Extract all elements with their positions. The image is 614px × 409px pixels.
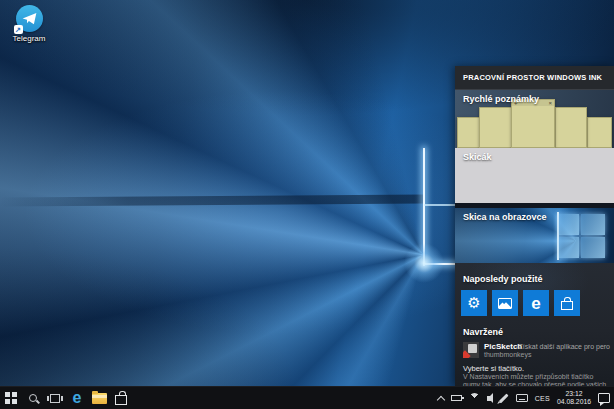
folder-icon xyxy=(92,393,107,404)
tray-overflow-button[interactable] xyxy=(438,394,444,403)
speaker-icon xyxy=(487,396,491,401)
task-view-icon xyxy=(50,394,60,403)
gear-icon: ⚙ xyxy=(467,296,480,311)
photos-icon xyxy=(498,298,512,309)
edge-tile[interactable]: e xyxy=(523,290,549,316)
wifi-icon xyxy=(469,393,480,404)
recently-used-label: Naposledy použité xyxy=(463,274,543,284)
language-indicator[interactable]: CES xyxy=(535,395,550,402)
screen-sketch-label: Skica na obrazovce xyxy=(463,212,547,222)
windows-ink-workspace-panel: PRACOVNÍ PROSTOR WINDOWS INK Rychlé pozn… xyxy=(455,66,614,386)
edge-icon: e xyxy=(73,390,82,406)
action-center-button[interactable] xyxy=(598,393,610,403)
sticky-note-preview xyxy=(587,117,612,148)
taskbar-store-button[interactable] xyxy=(110,387,132,409)
battery-icon xyxy=(451,395,462,401)
search-icon xyxy=(29,394,37,402)
sticky-note-preview xyxy=(457,117,481,148)
ink-panel-lower-area: Naposledy použité ⚙ e Navržené xyxy=(455,263,614,386)
store-bag-icon xyxy=(561,301,573,310)
wallpaper-dark-ray xyxy=(0,195,424,207)
telegram-icon: ↗ xyxy=(16,5,43,32)
clock-date: 04.08.2016 xyxy=(557,398,591,406)
search-button[interactable] xyxy=(22,387,44,409)
volume-status[interactable] xyxy=(487,396,491,401)
sticky-note-preview xyxy=(479,107,512,148)
note-close-icon: × xyxy=(548,100,552,106)
screen-sketch-section[interactable]: Skica na obrazovce xyxy=(455,208,614,263)
paper-plane-icon xyxy=(22,12,37,25)
file-explorer-button[interactable] xyxy=(88,387,110,409)
store-bag-icon xyxy=(115,395,127,405)
windows-ink-workspace-button[interactable] xyxy=(498,397,509,400)
taskbar-clock[interactable]: 23:12 04.08.2016 xyxy=(557,390,591,406)
sticky-note-preview: + × xyxy=(511,99,555,148)
store-tile[interactable] xyxy=(554,290,580,316)
sketchpad-label: Skicák xyxy=(463,152,492,162)
ink-panel-title: PRACOVNÍ PROSTOR WINDOWS INK xyxy=(455,66,614,90)
chevron-up-icon xyxy=(436,395,444,403)
thumbnail-window-logo xyxy=(559,214,605,258)
suggested-label: Navržené xyxy=(463,327,503,337)
clock-time: 23:12 xyxy=(557,390,591,398)
sketchpad-section[interactable]: Skicák xyxy=(455,148,614,203)
start-button[interactable] xyxy=(0,387,22,409)
edge-icon: e xyxy=(531,295,540,312)
picsketch-app-icon xyxy=(463,342,479,358)
hint-title: Vyberte si tlačítko. xyxy=(463,364,608,373)
get-more-pen-apps-link[interactable]: Získat další aplikace pro pero xyxy=(519,343,610,350)
photos-tile[interactable] xyxy=(492,290,518,316)
taskbar-edge-button[interactable]: e xyxy=(66,387,88,409)
keyboard-icon xyxy=(516,394,528,402)
network-status[interactable] xyxy=(469,393,480,404)
sticky-notes-label: Rychlé poznámky xyxy=(463,94,539,104)
action-center-icon xyxy=(598,393,610,403)
recently-used-tiles: ⚙ e xyxy=(461,290,611,316)
sticky-note-preview xyxy=(555,107,587,148)
wallpaper-window-pane-divider xyxy=(424,204,455,206)
battery-status[interactable] xyxy=(451,395,462,401)
settings-tile[interactable]: ⚙ xyxy=(461,290,487,316)
wallpaper-window-corner-glow xyxy=(404,243,444,283)
taskbar: e CES 23:12 04.08.20 xyxy=(0,386,614,409)
desktop-icon-telegram[interactable]: ↗ Telegram xyxy=(6,5,52,43)
windows-logo-icon xyxy=(5,392,17,404)
pen-icon xyxy=(498,393,508,403)
system-tray: CES 23:12 04.08.2016 xyxy=(438,387,610,409)
touch-keyboard-button[interactable] xyxy=(516,394,528,402)
suggested-app-publisher: thumbmonkeys xyxy=(484,351,531,359)
microsoft-logo-tile[interactable] xyxy=(585,290,611,316)
shortcut-arrow-icon: ↗ xyxy=(14,25,23,34)
sticky-notes-section[interactable]: Rychlé poznámky + × xyxy=(455,90,614,148)
task-view-button[interactable] xyxy=(44,387,66,409)
desktop-icon-label: Telegram xyxy=(6,34,52,43)
